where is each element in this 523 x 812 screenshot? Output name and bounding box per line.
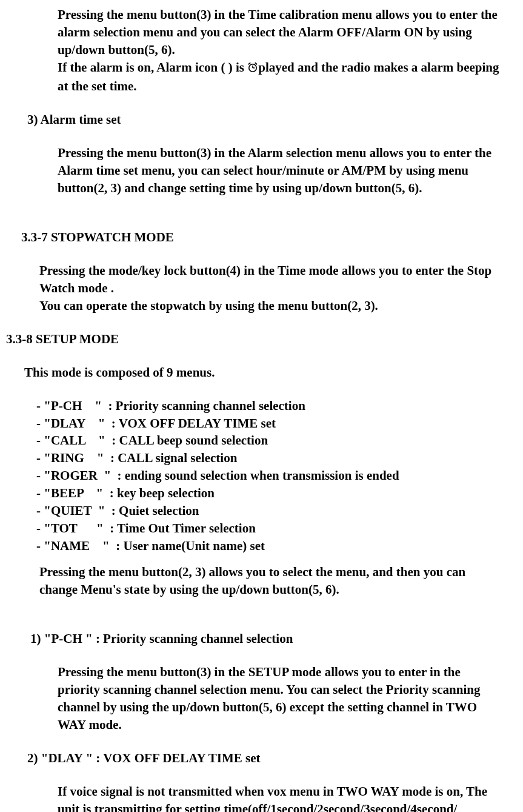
setup-outro: Pressing the menu button(2, 3) allows yo… [39, 563, 506, 599]
setup-menu-item: - "DLAY " : VOX OFF DELAY TIME set [36, 415, 523, 432]
svg-line-3 [248, 62, 250, 64]
alarm-intro-p1: Pressing the menu button(3) in the Time … [58, 6, 506, 59]
stopwatch-p2: You can operate the stopwatch by using t… [39, 297, 506, 315]
body-pch: Pressing the menu button(3) in the SETUP… [58, 663, 506, 734]
setup-menu-item: - "NAME " : User name(Unit name) set [36, 537, 523, 555]
setup-menu-list: - "P-CH " : Priority scanning channel se… [36, 397, 523, 555]
setup-menu-item: - "BEEP " : key beep selection [36, 485, 523, 502]
setup-menu-item: - "RING " : CALL signal selection [36, 449, 523, 467]
setup-intro: This mode is composed of 9 menus. [24, 364, 509, 381]
heading-dlay: 2) "DLAY " : VOX OFF DELAY TIME set [27, 750, 523, 767]
setup-menu-item: - "P-CH " : Priority scanning channel se… [36, 397, 523, 415]
heading-stopwatch-mode: 3.3-7 STOPWATCH MODE [21, 229, 523, 246]
setup-menu-item: - "ROGER " : ending sound selection when… [36, 467, 523, 485]
heading-alarm-time-set: 3) Alarm time set [27, 111, 509, 129]
stopwatch-p1: Pressing the mode/key lock button(4) in … [39, 262, 506, 297]
alarm-intro-p2: If the alarm is on, Alarm icon ( ) is pl… [58, 59, 506, 95]
heading-pch: 1) "P-CH " : Priority scanning channel s… [30, 630, 523, 648]
body-alarm-time-set: Pressing the menu button(3) in the Alarm… [58, 144, 506, 197]
body-dlay: If voice signal is not transmitted when … [58, 783, 506, 812]
heading-setup-mode: 3.3-8 SETUP MODE [6, 331, 509, 348]
svg-line-4 [255, 62, 257, 64]
alarm-clock-icon [247, 60, 258, 78]
setup-menu-item: - "TOT " : Time Out Timer selection [36, 520, 523, 537]
setup-menu-item: - "CALL " : CALL beep sound selection [36, 432, 523, 449]
alarm-intro-p2a: If the alarm is on, Alarm icon ( ) is [58, 60, 247, 75]
setup-menu-item: - "QUIET " : Quiet selection [36, 502, 523, 520]
